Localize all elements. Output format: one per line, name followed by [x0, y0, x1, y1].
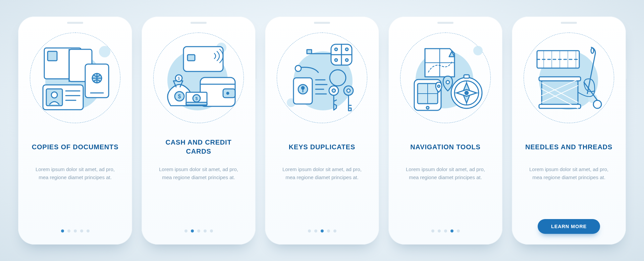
- dot-1[interactable]: [431, 229, 434, 232]
- svg-point-8: [51, 92, 57, 98]
- dot-1[interactable]: [61, 229, 64, 232]
- slide-description: Lorem ipsum dolor sit amet, ad pro, mea …: [27, 165, 123, 181]
- svg-point-32: [295, 65, 301, 71]
- dot-1[interactable]: [184, 229, 187, 232]
- dot-4[interactable]: [450, 229, 453, 232]
- svg-point-52: [465, 91, 468, 95]
- onboarding-phone-3: KEYS DUPLICATES Lorem ipsum dolor sit am…: [265, 16, 379, 245]
- dot-4[interactable]: [327, 229, 330, 232]
- svg-rect-1: [48, 51, 57, 61]
- svg-point-29: [345, 48, 348, 51]
- keys-icon: [283, 40, 361, 115]
- svg-rect-20: [186, 102, 207, 105]
- dot-3[interactable]: [74, 229, 77, 232]
- svg-point-42: [332, 89, 335, 92]
- slide-description: Lorem ipsum dolor sit amet, ad pro, mea …: [150, 165, 247, 181]
- svg-rect-53: [464, 75, 469, 78]
- svg-point-31: [345, 59, 348, 61]
- slide-description: Lorem ipsum dolor sit amet, ad pro, mea …: [521, 165, 617, 181]
- onboarding-phone-1: COPIES OF DOCUMENTS Lorem ipsum dolor si…: [18, 16, 132, 245]
- svg-rect-57: [539, 77, 581, 81]
- dot-5[interactable]: [457, 229, 460, 232]
- slide-title: KEYS DUPLICATES: [287, 138, 357, 156]
- slide-title: COPIES OF DOCUMENTS: [30, 138, 121, 156]
- illustration-frame: [30, 33, 120, 123]
- onboarding-phone-5: NEEDLES AND THREADS Lorem ipsum dolor si…: [512, 16, 626, 245]
- svg-point-47: [426, 106, 429, 109]
- slide-description: Lorem ipsum dolor sit amet, ad pro, mea …: [397, 165, 494, 181]
- svg-point-16: [227, 92, 229, 94]
- illustration-frame: $ $ $: [153, 33, 244, 123]
- cash-cards-icon: $ $ $: [160, 42, 237, 114]
- dot-3[interactable]: [444, 229, 447, 232]
- svg-point-28: [335, 48, 337, 51]
- documents-icon: [38, 42, 112, 114]
- needle-thread-icon: [530, 42, 607, 114]
- pagination-dots[interactable]: [61, 229, 90, 234]
- pagination-dots[interactable]: [308, 229, 336, 234]
- svg-point-59: [593, 100, 601, 108]
- svg-point-48: [446, 81, 449, 84]
- svg-point-55: [591, 48, 594, 53]
- svg-rect-13: [187, 55, 195, 61]
- navigation-icon: [407, 42, 484, 114]
- pagination-dots[interactable]: [184, 229, 213, 234]
- svg-point-44: [347, 89, 350, 92]
- slide-title: NAVIGATION TOOLS: [408, 138, 482, 156]
- svg-text:$: $: [195, 96, 198, 101]
- svg-text:$: $: [178, 76, 180, 81]
- illustration-frame: [524, 33, 614, 123]
- svg-point-30: [335, 59, 337, 61]
- illustration-frame: [277, 33, 367, 123]
- dot-3[interactable]: [321, 229, 324, 232]
- slide-description: Lorem ipsum dolor sit amet, ad pro, mea …: [274, 165, 370, 181]
- dot-1[interactable]: [308, 229, 311, 232]
- onboarding-phone-4: NAVIGATION TOOLS Lorem ipsum dolor sit a…: [388, 16, 502, 245]
- svg-point-40: [330, 70, 346, 86]
- dot-4[interactable]: [204, 229, 207, 232]
- svg-text:$: $: [178, 94, 181, 99]
- dot-2[interactable]: [438, 229, 441, 232]
- svg-point-49: [438, 85, 440, 88]
- slide-title: NEEDLES AND THREADS: [523, 138, 614, 156]
- dot-3[interactable]: [197, 229, 200, 232]
- pagination-dots[interactable]: [431, 229, 460, 234]
- illustration-frame: [400, 33, 491, 123]
- slide-title: CASH AND CREDIT CARDS: [150, 138, 247, 156]
- learn-more-button[interactable]: LEARN MORE: [538, 219, 600, 234]
- dot-5[interactable]: [333, 229, 336, 232]
- dot-2[interactable]: [314, 229, 317, 232]
- dot-4[interactable]: [80, 229, 83, 232]
- dot-5[interactable]: [87, 229, 90, 232]
- dot-2[interactable]: [67, 229, 70, 232]
- dot-5[interactable]: [210, 229, 213, 232]
- onboarding-phone-2: $ $ $ CASH AND CREDIT CARDS Lorem ipsum …: [142, 16, 256, 245]
- dot-2[interactable]: [191, 229, 194, 232]
